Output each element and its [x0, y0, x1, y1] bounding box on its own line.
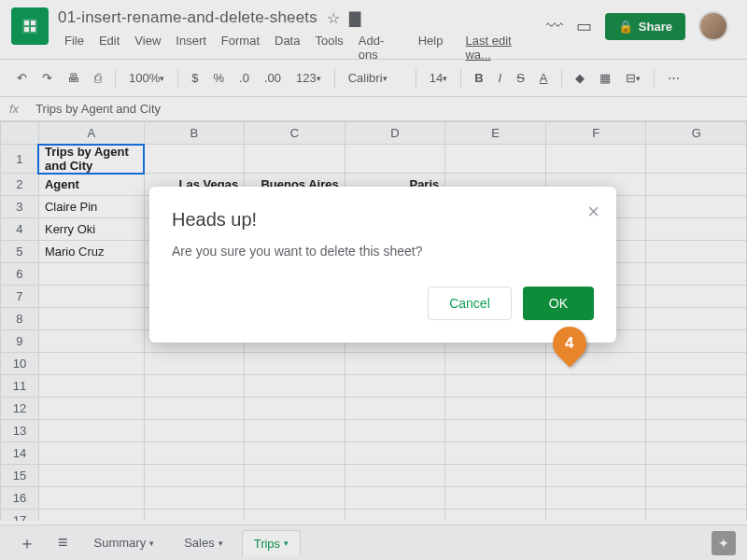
- confirm-dialog: × Heads up! Are you sure you want to del…: [149, 187, 616, 343]
- tutorial-callout: 4: [553, 317, 586, 362]
- ok-button[interactable]: OK: [523, 287, 594, 320]
- callout-number: 4: [565, 334, 573, 353]
- dialog-title: Heads up!: [172, 209, 594, 231]
- cancel-button[interactable]: Cancel: [428, 287, 512, 320]
- close-icon[interactable]: ×: [587, 200, 599, 224]
- dialog-message: Are you sure you want to delete this she…: [172, 244, 594, 259]
